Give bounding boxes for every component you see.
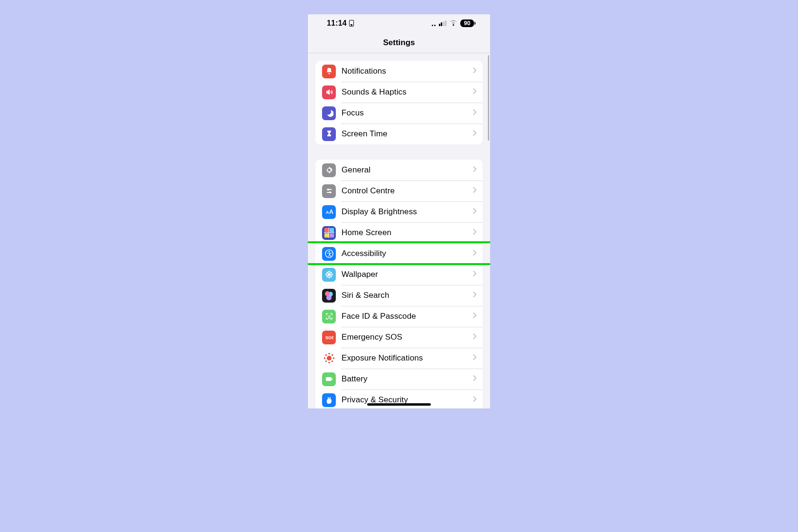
chevron-right-icon [473,208,477,216]
settings-row-home-screen[interactable]: Home Screen [315,222,483,243]
row-label: Emergency SOS [342,332,473,342]
wifi-icon [449,20,457,26]
settings-row-general[interactable]: General [315,160,483,180]
speaker-icon [322,86,336,99]
hourglass-icon [322,127,336,141]
chevron-right-icon [473,67,477,76]
row-label: Home Screen [342,228,473,238]
settings-row-emergency-sos[interactable]: Emergency SOS [315,327,483,348]
face-id-icon [322,310,336,323]
row-label: Accessibility [342,249,473,258]
settings-row-sounds-haptics[interactable]: Sounds & Haptics [315,82,483,103]
home-grid-icon [322,226,336,240]
status-right: 90 [432,19,474,27]
chevron-right-icon [473,130,477,138]
sos-icon [322,331,336,344]
chevron-right-icon [473,354,477,362]
row-label: Display & Brightness [342,207,473,217]
dual-sim-dots-icon [432,20,436,26]
settings-row-privacy-security[interactable]: Privacy & Security [315,390,483,408]
group-notifications: NotificationsSounds & HapticsFocusScreen… [315,61,483,144]
gear-icon [322,163,336,177]
chevron-right-icon [473,312,477,321]
settings-row-siri-search[interactable]: Siri & Search [315,285,483,306]
page-title: Settings [383,38,415,48]
sim-card-icon [349,20,354,27]
bell-icon [322,65,336,78]
battery-indicator: 90 [460,19,474,27]
settings-row-accessibility[interactable]: Accessibility [315,243,483,264]
group-general: GeneralControl CentreDisplay & Brightnes… [315,160,483,408]
settings-row-wallpaper[interactable]: Wallpaper [315,264,483,285]
settings-row-face-id-passcode[interactable]: Face ID & Passcode [315,306,483,327]
accessibility-icon [322,247,336,261]
hand-icon [322,393,336,407]
battery-percent: 90 [464,20,471,27]
chevron-right-icon [473,187,477,195]
battery-icon [322,372,336,386]
sliders-icon [322,184,336,198]
row-label: Control Centre [342,186,473,196]
chevron-right-icon [473,291,477,300]
settings-row-battery[interactable]: Battery [315,369,483,390]
flower-icon [322,268,336,282]
status-left: 11:14 [327,19,354,28]
status-time: 11:14 [327,19,347,28]
chevron-right-icon [473,333,477,342]
settings-row-display-brightness[interactable]: Display & Brightness [315,201,483,222]
exposure-icon [322,352,336,365]
chevron-right-icon [473,270,477,279]
settings-row-notifications[interactable]: Notifications [315,61,483,82]
row-label: Notifications [342,66,473,76]
text-size-icon [322,205,336,219]
chevron-right-icon [473,249,477,258]
home-indicator[interactable] [367,403,431,406]
cellular-signal-icon [439,20,447,26]
row-label: General [342,165,473,175]
row-label: Sounds & Haptics [342,87,473,97]
siri-icon [322,289,336,303]
moon-icon [322,106,336,120]
chevron-right-icon [473,228,477,237]
chevron-right-icon [473,396,477,404]
chevron-right-icon [473,166,477,174]
chevron-right-icon [473,375,477,383]
row-label: Screen Time [342,129,473,139]
scrollbar-thumb[interactable] [488,55,489,141]
settings-row-control-centre[interactable]: Control Centre [315,180,483,201]
settings-row-screen-time[interactable]: Screen Time [315,124,483,144]
status-bar: 11:14 90 [308,14,490,32]
row-label: Focus [342,108,473,118]
nav-header: Settings [308,32,490,53]
chevron-right-icon [473,88,477,96]
settings-row-exposure-notifications[interactable]: Exposure Notifications [315,348,483,369]
row-label: Exposure Notifications [342,353,473,363]
settings-scroll[interactable]: NotificationsSounds & HapticsFocusScreen… [308,53,490,408]
row-label: Siri & Search [342,291,473,300]
chevron-right-icon [473,109,477,117]
row-label: Battery [342,374,473,384]
row-label: Face ID & Passcode [342,312,473,321]
phone-frame: 11:14 90 Settings NotificationsSounds & … [308,14,490,408]
settings-row-focus[interactable]: Focus [315,103,483,124]
row-label: Wallpaper [342,270,473,279]
